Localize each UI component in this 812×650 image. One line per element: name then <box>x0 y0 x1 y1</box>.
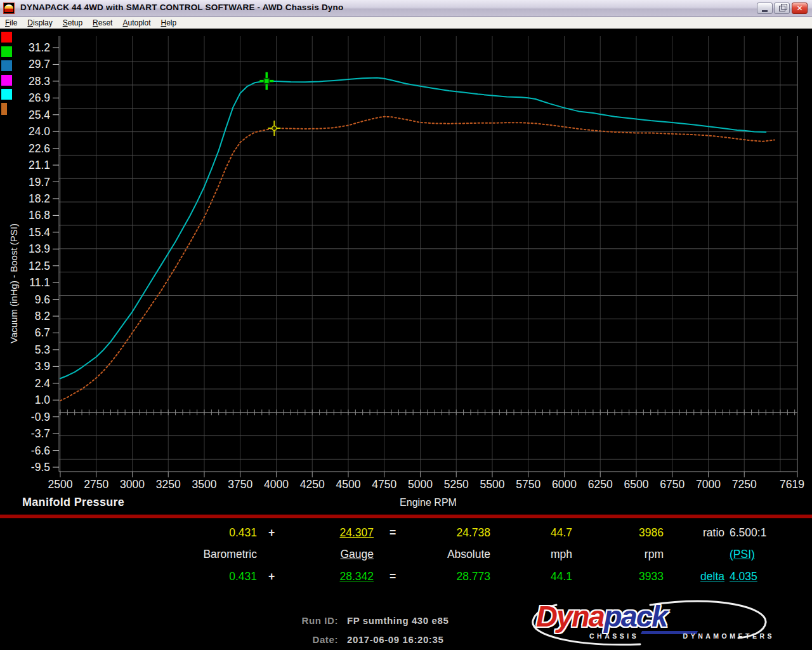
logo-subtitle: CHASSIS DYNAMOMETERS <box>589 632 775 640</box>
legend-swatch-channel-orange[interactable] <box>1 103 7 115</box>
absolute-label: Absolute <box>447 547 490 561</box>
menu-display[interactable]: Display <box>22 18 57 28</box>
y-tick-label: 25.4 <box>29 109 50 121</box>
barometric-value-ref: 0.431 <box>229 526 257 540</box>
y-tick-label: 11.1 <box>29 276 50 289</box>
x-tick-label: 4250 <box>300 478 325 491</box>
y-tick-label: 2.4 <box>35 377 51 390</box>
equals-operator-2: = <box>390 569 396 583</box>
separator-line <box>0 514 812 519</box>
legend-swatch-channel-red[interactable] <box>1 32 12 43</box>
y-tick-label: 18.2 <box>29 192 50 205</box>
green-cursor[interactable] <box>259 72 273 90</box>
menu-file[interactable]: File <box>0 18 22 28</box>
y-tick-label: 6.7 <box>35 326 50 339</box>
y-tick-label: 21.1 <box>29 159 50 171</box>
y-tick-label: 29.7 <box>29 58 50 70</box>
y-tick-label: 31.2 <box>29 41 50 54</box>
ratio-value: 6.500:1 <box>730 526 766 540</box>
x-tick-label: 7250 <box>732 478 757 491</box>
legend-swatch-channel-blue[interactable] <box>1 60 12 71</box>
y-tick-label: 9.6 <box>35 293 50 306</box>
y-tick-label: 19.7 <box>29 176 50 189</box>
x-tick-label: 7000 <box>696 478 721 491</box>
ratio-label: ratio <box>703 526 724 540</box>
legend-swatch-channel-magenta[interactable] <box>1 75 12 86</box>
x-tick-label: 5750 <box>516 478 540 491</box>
plus-operator-2: + <box>268 569 275 583</box>
chart-area[interactable]: 2500275030003250350037504000425045004750… <box>0 29 812 514</box>
rpm-value-cur: 3933 <box>639 569 664 583</box>
date-value: 2017-06-09 16:20:35 <box>347 634 443 645</box>
menu-bar: File Display Setup Reset Autoplot Help <box>0 17 812 29</box>
minimize-button[interactable] <box>757 3 773 14</box>
restore-button[interactable] <box>774 3 790 14</box>
y-tick-label: 28.3 <box>29 75 50 88</box>
x-tick-label: 3250 <box>156 478 181 491</box>
barometric-value-cur: 0.431 <box>229 569 257 583</box>
psi-units-link[interactable]: (PSI) <box>730 547 755 561</box>
window-title: DYNAPACK 44 4WD with SMART CONTROL SOFTW… <box>20 3 343 12</box>
legend-swatch-channel-green[interactable] <box>1 46 12 57</box>
x-tick-label: 6500 <box>624 478 649 491</box>
y-tick-label: 8.2 <box>35 310 50 322</box>
minimize-icon <box>762 10 768 12</box>
reference-run-boost-curve <box>60 117 775 401</box>
x-tick-label: 4000 <box>264 478 289 491</box>
x-tick-label: 5250 <box>444 478 469 491</box>
plus-operator: + <box>268 526 275 540</box>
mph-value-ref: 44.7 <box>551 526 572 540</box>
x-tick-label: 3500 <box>192 478 217 491</box>
gauge-value-ref[interactable]: 24.307 <box>339 526 374 540</box>
title-bar: DYNAPACK 44 4WD with SMART CONTROL SOFTW… <box>0 0 812 17</box>
y-axis-title: Vacuum (inHg) - Boost (PSI) <box>8 208 19 360</box>
menu-setup[interactable]: Setup <box>58 18 88 28</box>
x-tick-label: 4750 <box>372 478 396 491</box>
flame-logo-icon <box>4 4 13 12</box>
x-axis-title: Engine RPM <box>352 497 504 508</box>
delta-value[interactable]: 4.035 <box>730 569 757 583</box>
absolute-value-cur: 28.773 <box>456 569 490 583</box>
y-tick-label: -3.7 <box>31 427 50 440</box>
run-id-label: Run ID: <box>211 615 338 626</box>
gauge-value-cur[interactable]: 28.342 <box>339 569 374 583</box>
x-tick-label: 3750 <box>228 478 252 491</box>
y-tick-label: 3.9 <box>35 360 50 373</box>
rpm-value-ref: 3986 <box>639 526 664 540</box>
mph-value-cur: 44.1 <box>551 569 572 583</box>
dynapack-logo: Dynapack CHASSIS DYNAMOMETERS <box>528 599 775 649</box>
current-run-boost-curve <box>60 78 766 379</box>
x-tick-label: 7619 <box>780 478 804 491</box>
menu-autoplot[interactable]: Autoplot <box>117 18 155 28</box>
x-tick-label: 4500 <box>336 478 361 491</box>
gauge-label[interactable]: Gauge <box>340 547 374 561</box>
barometric-label: Barometric <box>203 547 257 561</box>
chart-title: Manifold Pressure <box>22 496 124 509</box>
app-window: DYNAPACK 44 4WD with SMART CONTROL SOFTW… <box>0 0 812 650</box>
x-tick-label: 2750 <box>84 478 108 491</box>
app-icon[interactable] <box>3 3 15 14</box>
y-tick-label: 22.6 <box>29 142 50 155</box>
mph-label: mph <box>551 547 572 561</box>
x-tick-label: 2500 <box>48 478 73 491</box>
y-tick-label: 12.5 <box>29 260 50 272</box>
legend-swatch-channel-cyan[interactable] <box>1 89 12 100</box>
x-tick-label: 5500 <box>480 478 505 491</box>
y-tick-label: -6.6 <box>31 444 50 457</box>
yellow-cursor[interactable] <box>268 121 280 136</box>
y-tick-label: 1.0 <box>35 394 51 406</box>
rpm-label: rpm <box>645 547 664 561</box>
x-tick-label: 6000 <box>552 478 577 491</box>
manifold-pressure-plot[interactable]: 2500275030003250350037504000425045004750… <box>0 29 812 514</box>
close-button[interactable]: ✕ <box>792 3 808 14</box>
run-id-value: FP sumthing 430 e85 <box>347 615 449 626</box>
x-tick-label: 6250 <box>588 478 613 491</box>
y-tick-label: 26.9 <box>29 91 50 104</box>
equals-operator: = <box>390 526 396 540</box>
delta-label-link[interactable]: delta <box>700 569 724 583</box>
y-tick-label: 16.8 <box>29 209 50 222</box>
x-tick-label: 3000 <box>120 478 145 491</box>
menu-reset[interactable]: Reset <box>88 18 117 28</box>
logo-wordmark: Dynapack <box>536 600 667 632</box>
menu-help[interactable]: Help <box>156 18 182 28</box>
